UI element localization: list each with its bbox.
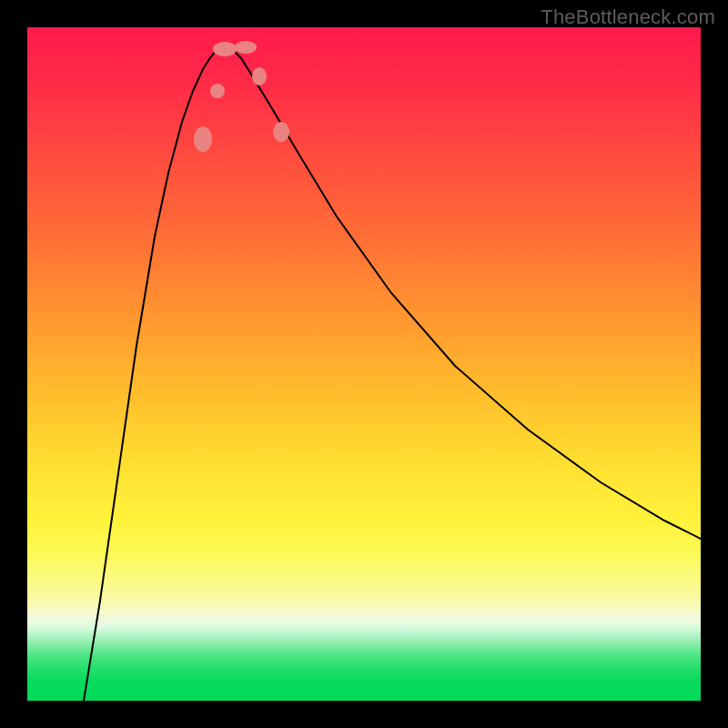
plot-area <box>27 27 701 701</box>
marker-left-mid <box>210 84 225 98</box>
curve-right-branch <box>226 46 701 539</box>
marker-left-upper <box>194 126 212 152</box>
marker-right-upper <box>273 122 289 142</box>
chart-frame: TheBottleneck.com <box>0 0 728 728</box>
marker-bottom-left <box>213 42 237 56</box>
watermark-text: TheBottleneck.com <box>541 5 715 29</box>
marker-right-mid <box>252 67 267 86</box>
marker-bottom-right <box>235 41 257 54</box>
curve-svg <box>27 27 701 701</box>
